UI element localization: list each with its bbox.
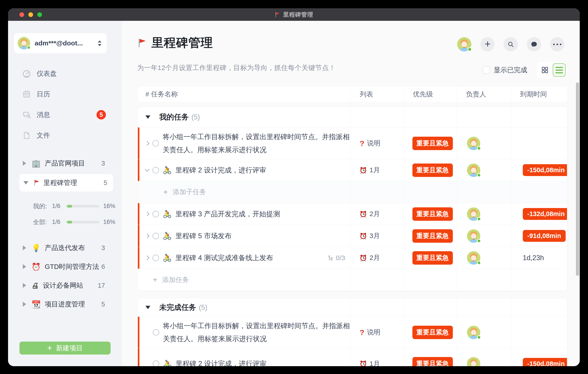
group-name: 未完成任务 xyxy=(159,302,196,312)
expand-arrow-icon[interactable] xyxy=(23,181,28,185)
sidebar-item-dashboard[interactable]: 仪表盘 xyxy=(8,63,122,84)
add-button[interactable] xyxy=(480,37,495,51)
task-row[interactable]: 🚴 里程碑 3 产品开发完成，开始提测 2月 重要且紧急 -132d,08min xyxy=(138,203,567,225)
new-project-button[interactable]: 新建项目 xyxy=(20,341,111,354)
red-flag-icon xyxy=(274,12,280,17)
account-switcher[interactable]: adm***@doot... xyxy=(14,33,107,53)
group-header-row[interactable]: 我的任务 (5) xyxy=(138,107,567,128)
chat-button[interactable] xyxy=(527,37,541,51)
sidebar-project-milestone-selected[interactable]: 里程碑管理 5 xyxy=(20,174,113,191)
list-view-button[interactable] xyxy=(553,63,566,77)
user-avatar[interactable] xyxy=(457,37,471,51)
collapse-group-icon[interactable] xyxy=(146,115,150,119)
window-title-text: 里程碑管理 xyxy=(283,11,313,19)
stat-label: 我的: xyxy=(33,202,51,210)
collapse-arrow-icon[interactable] xyxy=(23,161,26,166)
plus-icon xyxy=(163,188,168,196)
add-subtask-row[interactable]: 添加子任务 xyxy=(138,181,567,203)
cyclist-emoji-icon: 🚴 xyxy=(163,232,172,240)
task-row[interactable]: 🚴 里程碑 2 设计完成，进行评审 1月 重要且紧急 -150d,08min xyxy=(138,348,567,366)
online-dot xyxy=(477,239,481,243)
subtask-count: 0/3 xyxy=(336,254,345,262)
priority-color-bar xyxy=(138,159,139,181)
list-name: 1月 xyxy=(369,359,380,366)
subtask-counter: 0/3 xyxy=(328,254,345,262)
complete-task-circle[interactable] xyxy=(153,360,159,366)
collapse-arrow-icon[interactable] xyxy=(23,283,26,288)
project-task-count: 17 xyxy=(98,282,105,289)
sidebar-project-gtd[interactable]: ⏰ GTD时间管理方法 6 xyxy=(8,257,122,276)
complete-task-circle[interactable] xyxy=(152,233,159,239)
zoom-window-button[interactable] xyxy=(37,12,42,17)
sidebar-item-files[interactable]: 文件 xyxy=(8,125,122,146)
priority-badge: 重要且紧急 xyxy=(412,229,453,243)
close-window-button[interactable] xyxy=(20,12,24,17)
complete-task-circle[interactable] xyxy=(152,167,159,174)
project-task-count: 5 xyxy=(101,301,105,308)
complete-task-circle[interactable] xyxy=(153,329,159,336)
task-title: 里程碑 2 设计完成，进行评审 xyxy=(175,165,266,175)
group-count: (5) xyxy=(191,113,200,121)
sidebar-item-label: 文件 xyxy=(37,131,106,140)
priority-badge: 重要且紧急 xyxy=(412,251,453,265)
kanban-view-button[interactable] xyxy=(538,63,551,77)
project-progress-stats: 我的: 1/6 16% 全部: 1/6 16% xyxy=(8,198,122,230)
task-title-line: 将小组一年工作目标拆解，设置出里程碑时间节点。并指派相 xyxy=(163,132,350,142)
minimize-window-button[interactable] xyxy=(28,12,33,17)
project-task-count: 3 xyxy=(101,160,105,167)
task-row[interactable]: 🚴 里程碑 5 市场发布 3月 重要且紧急 -91d,08min xyxy=(138,225,567,247)
online-dot xyxy=(477,173,481,177)
assignee-avatar xyxy=(467,326,480,339)
sidebar-item-calendar[interactable]: 日历 xyxy=(8,84,122,104)
account-name: adm***@doot... xyxy=(35,39,98,47)
collapse-arrow-icon[interactable] xyxy=(23,264,26,269)
group-name: 我的任务 xyxy=(159,112,189,122)
show-completed-checkbox[interactable] xyxy=(483,66,490,74)
online-dot xyxy=(477,335,481,339)
project-task-count: 3 xyxy=(101,244,105,252)
task-row[interactable]: 🚴 里程碑 2 设计完成，进行评审 1月 重要且紧急 -150d,08min xyxy=(138,159,567,181)
overdue-badge: -150d,08min xyxy=(523,358,567,366)
expand-task-icon[interactable] xyxy=(145,255,149,260)
column-header-assignee: 负责人 xyxy=(457,87,511,102)
group-header-row[interactable]: 未完成任务 (5) xyxy=(138,298,567,317)
grid-view-icon xyxy=(541,66,548,74)
cyclist-emoji-icon: 🚴 xyxy=(163,166,172,174)
complete-task-circle[interactable] xyxy=(152,140,159,147)
collapse-task-icon[interactable] xyxy=(145,167,149,172)
project-label: 里程碑管理 xyxy=(43,178,104,187)
complete-task-circle[interactable] xyxy=(152,254,159,261)
task-row[interactable]: 🚴 里程碑 4 测试完成准备线上发布 0/3 2月 重要且紧急 1d,23h xyxy=(138,247,567,269)
complete-task-circle[interactable] xyxy=(152,211,159,217)
task-row[interactable]: 将小组一年工作目标拆解，设置出里程碑时间节点。并指派相 关责任人。用标签来展示进… xyxy=(138,317,567,348)
collapse-arrow-icon[interactable] xyxy=(23,245,26,250)
project-label: 产品迭代发布 xyxy=(45,243,101,253)
project-description: 为一年12个月设置工作里程碑，目标为导向，抓住每个关键节点！ xyxy=(137,63,336,72)
ellipsis-icon xyxy=(553,44,561,45)
vertical-scrollbar[interactable] xyxy=(576,82,579,276)
project-label: GTD时间管理方法 xyxy=(45,262,101,271)
more-button[interactable] xyxy=(550,37,564,51)
alarm-clock-icon xyxy=(360,360,367,366)
expand-task-icon[interactable] xyxy=(145,212,149,216)
expand-task-icon[interactable] xyxy=(145,233,149,238)
sidebar-project-website[interactable]: 🏢 产品官网项目 3 xyxy=(8,154,122,173)
sidebar-project-progress-mgmt[interactable]: 📆 项目进度管理 5 xyxy=(8,295,122,314)
online-dot xyxy=(477,217,481,221)
sidebar-project-design-sites[interactable]: 🖨 设计必备网站 17 xyxy=(8,276,122,295)
list-toolbar: 显示已完成 xyxy=(483,61,567,79)
expand-task-icon[interactable] xyxy=(145,141,149,146)
add-task-row[interactable]: 添加任务 xyxy=(138,269,567,291)
sidebar-item-label: 日历 xyxy=(37,90,106,99)
project-label: 产品官网项目 xyxy=(45,159,101,168)
collapse-arrow-icon[interactable] xyxy=(23,302,26,307)
list-name: 1月 xyxy=(369,165,380,175)
collapse-group-icon[interactable] xyxy=(146,306,150,309)
alarm-clock-icon xyxy=(360,210,367,218)
task-row[interactable]: 将小组一年工作目标拆解，设置出里程碑时间节点。并指派相 关责任人。用标签来展示进… xyxy=(138,128,567,159)
alarm-clock-icon xyxy=(360,254,367,262)
sidebar-item-messages[interactable]: 消息 5 xyxy=(8,104,122,125)
sidebar-item-label: 消息 xyxy=(37,110,96,120)
sidebar-project-iteration[interactable]: 💡 产品迭代发布 3 xyxy=(8,238,122,257)
search-button[interactable] xyxy=(504,37,518,51)
